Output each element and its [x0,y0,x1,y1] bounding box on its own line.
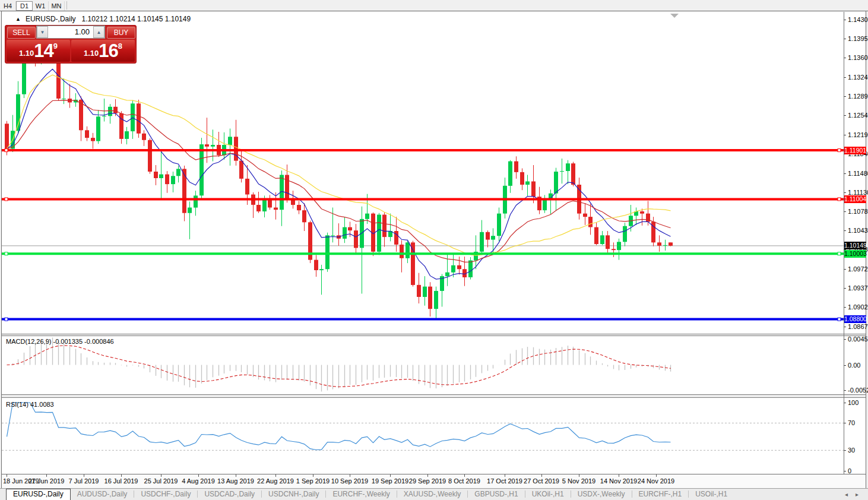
macd-label: MACD(12,26,9) -0.001335 -0.000846 [6,338,114,345]
timeframe-button-d1[interactable]: D1 [16,1,33,11]
price-tick-label-mark [844,20,846,20]
volume-increase-button[interactable]: ▲ [93,26,104,38]
buy-price-prefix: 1.10 [84,49,99,58]
date-tick-mark [427,474,428,477]
volume-input[interactable]: 1.00 [48,26,93,38]
chart-tab-eurusd-daily[interactable]: EURUSD-,Daily [6,489,71,500]
price-axis: 1.143001.139501.136001.132401.128901.125… [844,0,868,500]
toolbar-divider [66,1,67,10]
date-tick-mark [121,474,122,477]
chart-tab-ukoil-h1[interactable]: UKOil-,H1 [525,489,571,500]
date-tick-label: 4 Aug 2019 [177,477,220,485]
sell-price-prefix: 1.10 [19,49,34,58]
price-tick-label: 1.12890 [848,93,868,100]
date-tick-label: 22 Aug 2019 [254,477,297,485]
price-tick-label-mark [844,77,846,78]
price-tick-label-mark [844,173,846,174]
chart-tab-usdchf-daily[interactable]: USDCHF-,Daily [134,489,197,500]
date-tick-mark [198,474,199,477]
date-tick-label: 19 Sep 2019 [369,477,411,485]
date-tick-mark [505,474,505,477]
date-tick-label: 13 Aug 2019 [214,477,257,485]
tab-scroll-right-icon[interactable]: ▸ [856,491,859,498]
symbol-label: EURUSD-,Daily [26,15,76,23]
date-tick-mark [275,474,276,477]
price-tick-label-mark [844,39,846,39]
date-tick-label: 8 Oct 2019 [443,477,486,485]
tab-scroll-left-icon[interactable]: ◂ [845,491,848,498]
macd-tick-label: -0.005205 [848,387,868,394]
price-tick-label-mark [844,269,846,270]
chart-tab-usdx-weekly[interactable]: USDX-,Weekly [571,489,632,500]
date-tick-mark [84,474,84,477]
timeframe-button-mn[interactable]: MN [49,1,65,11]
price-tick-label-mark [844,115,846,116]
chart-tab-audusd-daily[interactable]: AUDUSD-,Daily [71,489,134,500]
timeframe-button-h4[interactable]: H4 [0,1,16,11]
price-tick-label-mark [844,288,846,289]
rsi-tick-label: 100 [848,399,859,406]
chart-tab-usdcad-daily[interactable]: USDCAD-,Daily [198,489,261,500]
date-tick-mark [656,474,657,477]
rsi-value: 41.0083 [30,401,54,408]
price-tick-label: 1.09720 [848,265,868,273]
timeframe-button-w1[interactable]: W1 [33,1,49,11]
buy-price-panel[interactable]: 1.10168 [71,40,135,62]
price-tick-label: 1.10430 [848,227,868,234]
rsi-name: RSI(14) [6,401,28,408]
rsi-label: RSI(14) 41.0083 [6,401,54,408]
date-tick-label: 24 Nov 2019 [635,477,677,485]
date-tick-mark [541,474,542,477]
price-tick-label: 1.08670 [848,323,868,330]
chart-tab-gbpusd-h1[interactable]: GBPUSD-,H1 [468,489,524,500]
macd-tick-label: 0.004536 [848,336,868,343]
date-tick-label: 14 Nov 2019 [597,477,640,485]
collapse-triangle-icon[interactable]: ▲ [15,16,21,22]
timeframe-toolbar: H4D1W1MN [0,0,868,11]
price-tick-label-mark [844,192,846,193]
chart-tabs: EURUSD-,DailyAUDUSD-,DailyUSDCHF-,DailyU… [0,490,734,498]
macd-tick-label-mark [844,339,846,340]
date-tick-label: 25 Jul 2019 [140,477,182,485]
price-tick-label-mark [844,211,846,212]
date-tick-label: 5 Nov 2019 [557,477,600,485]
macd-values: -0.001335 -0.000846 [53,338,113,345]
chart-shift-marker-icon [670,14,679,18]
date-axis: 18 Jun 201927 Jun 20197 Jul 201916 Jul 2… [2,474,866,488]
price-tick-label: 1.14300 [848,16,868,23]
one-click-trading-widget: SELL ▼ 1.00 ▲ BUY 1.10149 1.10168 [5,25,137,64]
macd-indicator-canvas[interactable] [2,336,844,394]
rsi-tick-label-mark [844,403,846,403]
date-tick-mark [313,474,313,477]
chart-tab-xauusd-weekly[interactable]: XAUUSD-,Weekly [397,489,467,500]
date-tick-mark [464,474,465,477]
chart-tab-usoil-h1[interactable]: USOil-,H1 [689,489,734,500]
rsi-tick-label-mark [844,423,846,423]
price-tick-label-mark [844,58,846,58]
price-tick-label: 1.09370 [848,284,868,292]
price-tick-label-mark [844,135,846,135]
one-click-top-row: SELL ▼ 1.00 ▲ BUY [5,26,136,39]
sell-price-panel[interactable]: 1.10149 [7,40,70,62]
buy-button[interactable]: BUY [107,27,135,39]
macd-tick-label: 0.00 [848,362,860,369]
date-tick-mark [619,474,619,477]
ohlc-values: 1.10212 1.10214 1.10145 1.10149 [82,15,191,23]
sell-button[interactable]: SELL [7,27,36,39]
chart-tab-bar: EURUSD-,DailyAUDUSD-,DailyUSDCHF-,DailyU… [0,488,868,500]
date-tick-mark [579,474,579,477]
current-price-tag: 1.10149 [844,242,866,249]
price-tick-label: 1.13240 [848,74,868,81]
chart-tab-eurchf-weekly[interactable]: EURCHF-,Weekly [326,489,396,500]
date-tick-label: 27 Jun 2019 [25,477,68,485]
rsi-tick-label-mark [844,450,846,451]
price-tick-label-mark [844,96,846,97]
chart-tab-eurchf-h1[interactable]: EURCHF-,H1 [632,489,689,500]
chart-tab-usdcnh-daily[interactable]: USDCNH-,Daily [262,489,325,500]
price-tick-label: 1.09020 [848,303,868,311]
buy-price-sup: 8 [118,42,122,50]
volume-decrease-button[interactable]: ▼ [37,26,48,38]
rsi-indicator-canvas[interactable] [2,398,844,474]
date-tick-mark [46,474,47,477]
macd-name: MACD(12,26,9) [6,338,51,345]
